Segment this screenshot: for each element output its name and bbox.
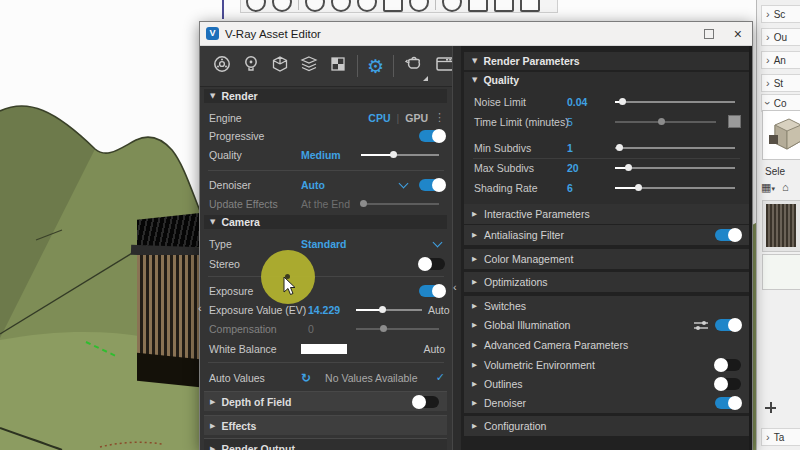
global-illumination-toggle[interactable] [715, 319, 741, 331]
quality-subheader[interactable]: ▼ Quality [464, 72, 749, 88]
chevron-down-icon[interactable] [433, 237, 443, 247]
ev-slider[interactable] [356, 305, 422, 314]
camera-section-header[interactable]: ▼ Camera [204, 215, 447, 229]
shading-rate-slider[interactable] [615, 183, 735, 192]
maximize-button[interactable] [704, 29, 714, 39]
volumetric-environment-toggle[interactable] [715, 359, 741, 371]
ev-value[interactable]: 14.229 [308, 304, 350, 316]
depth-of-field-header[interactable]: ▶ Depth of Field [204, 391, 447, 411]
tray-section[interactable]: › An [761, 51, 800, 69]
stereo-toggle[interactable] [419, 258, 445, 270]
outlines-item[interactable]: ▶ Outlines [464, 374, 749, 394]
color-management-item[interactable]: ▶ Color Management [464, 249, 749, 269]
component-thumbnail[interactable] [762, 200, 800, 252]
teapot-cloud-icon[interactable] [357, 0, 377, 12]
toolbar-separator [435, 0, 436, 10]
progressive-toggle[interactable] [419, 130, 445, 142]
camera-type-dropdown[interactable]: Standard [301, 238, 355, 250]
render-elements-icon[interactable] [299, 54, 319, 78]
divider [208, 276, 444, 277]
scrollbar[interactable] [749, 46, 752, 450]
region-render-icon[interactable] [520, 0, 540, 12]
chevron-right-icon: › [766, 55, 770, 65]
denoiser-item[interactable]: ▶ Denoiser [464, 393, 749, 413]
kebab-menu-icon[interactable]: ⋮ [434, 111, 445, 124]
outlines-toggle[interactable] [715, 378, 741, 390]
empty-preview-box [762, 254, 800, 290]
min-subdivs-slider[interactable] [615, 143, 735, 152]
component-list-icons: ▦▾ ⌂ [761, 181, 789, 194]
expanded-triangle-icon: ▼ [210, 92, 215, 100]
quality-value[interactable]: Medium [301, 149, 355, 161]
image-icon[interactable] [383, 0, 403, 12]
antialiasing-toggle[interactable] [715, 229, 741, 241]
window-title: V-Ray Asset Editor [225, 28, 698, 40]
compensation-slider [356, 324, 439, 333]
white-balance-auto-label[interactable]: Auto [423, 343, 445, 355]
configuration-item[interactable]: ▶ Configuration [464, 416, 749, 436]
title-bar[interactable]: V V-Ray Asset Editor × [200, 22, 752, 46]
teapot-icon[interactable] [305, 0, 325, 12]
component-preview[interactable] [762, 110, 800, 160]
white-balance-color-swatch[interactable] [301, 344, 347, 354]
frame-buffer-icon[interactable] [468, 0, 488, 12]
collapsed-triangle-icon: ▶ [472, 302, 477, 310]
chevron-down-icon[interactable] [399, 178, 409, 188]
lights-icon[interactable] [241, 54, 261, 78]
tray-section-outliner[interactable]: › Ou [761, 28, 800, 46]
render-section-header[interactable]: ▼ Render [204, 89, 447, 103]
render-output-header[interactable]: ▶ Render Output [204, 438, 447, 450]
tray-section-tags[interactable]: › Ta [761, 428, 800, 446]
optimizations-item[interactable]: ▶ Optimizations [464, 272, 749, 292]
teapot-play-icon[interactable] [331, 0, 351, 12]
collapsed-triangle-icon: ▶ [472, 278, 477, 286]
textures-icon[interactable] [328, 54, 348, 78]
refresh-icon[interactable]: ↻ [301, 371, 311, 385]
exposure-toggle[interactable] [419, 285, 445, 297]
denoiser-value-dropdown[interactable]: Auto [301, 179, 355, 191]
in-model-icon[interactable]: ⌂ [782, 181, 789, 193]
blue-guide-line [222, 0, 224, 19]
history-icon[interactable] [409, 0, 429, 12]
effects-header[interactable]: ▶ Effects [204, 415, 447, 435]
quality-slider[interactable] [361, 150, 439, 159]
lamp-icon[interactable] [442, 0, 462, 12]
collapse-chevron-icon[interactable]: ‹ [453, 281, 457, 293]
move-icon[interactable] [765, 402, 776, 413]
collapsed-triangle-icon: ▶ [472, 361, 477, 369]
batch-render-icon[interactable] [494, 0, 514, 12]
denoiser-toggle[interactable] [419, 179, 445, 191]
settings-gear-icon[interactable]: ⚙ [367, 56, 384, 76]
geometry-icon[interactable] [270, 54, 290, 78]
materials-icon[interactable] [212, 54, 232, 78]
engine-gpu-button[interactable]: GPU [405, 112, 428, 124]
mouse-cursor [283, 276, 297, 296]
spiral-icon[interactable] [246, 0, 266, 12]
ev-auto-label[interactable]: Auto [428, 304, 450, 316]
noise-limit-slider[interactable] [615, 97, 735, 106]
render-teapot-icon[interactable] [403, 54, 425, 78]
expanded-triangle-icon: ▼ [210, 218, 215, 226]
puzzle-icon[interactable] [272, 0, 292, 12]
global-illumination-item[interactable]: ▶ Global Illumination [464, 315, 749, 335]
panel-collapse-handle-left[interactable]: ‹ [198, 298, 206, 314]
select-tab-label[interactable]: Sele [765, 166, 785, 177]
antialiasing-filter-item[interactable]: ▶ Antialiasing Filter [464, 225, 749, 245]
denoiser-item-toggle[interactable] [715, 397, 741, 409]
depth-of-field-toggle[interactable] [413, 396, 439, 408]
expanded-triangle-icon: ▼ [472, 57, 477, 65]
render-parameters-header[interactable]: ▼ Render Parameters [464, 52, 749, 70]
advanced-camera-parameters-item[interactable]: ▶ Advanced Camera Parameters [464, 335, 749, 355]
grid-view-icon[interactable]: ▦ [761, 181, 771, 193]
panel-divider[interactable]: ‹ [452, 46, 461, 450]
switches-item[interactable]: ▶ Switches [464, 296, 749, 316]
tray-section-scenes[interactable]: › Sc [761, 5, 800, 23]
tray-section-styles[interactable]: › St [761, 74, 800, 92]
interactive-parameters-item[interactable]: ▶ Interactive Parameters [464, 204, 749, 224]
engine-cpu-button[interactable]: CPU [368, 112, 390, 124]
close-button[interactable]: × [734, 27, 742, 41]
dropdown-corner [423, 76, 428, 81]
max-subdivs-slider[interactable] [615, 163, 735, 172]
volumetric-environment-item[interactable]: ▶ Volumetric Environment [464, 355, 749, 375]
time-limit-checkbox[interactable] [728, 115, 741, 128]
